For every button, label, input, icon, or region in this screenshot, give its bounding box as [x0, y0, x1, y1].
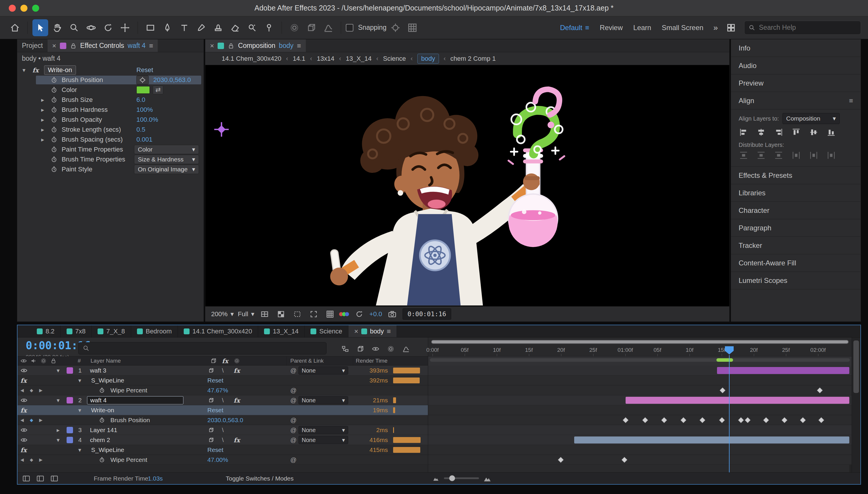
track-row-waft4[interactable]	[428, 395, 852, 405]
work-area-bar[interactable]	[430, 358, 850, 362]
timeline-tab-141-chem[interactable]: 14.1 Chem_300x420	[178, 325, 258, 337]
workspace-bar-icon[interactable]	[723, 19, 739, 36]
paint-time-dropdown[interactable]: Color ▾	[134, 145, 199, 154]
workspace-review[interactable]: Review	[595, 24, 628, 32]
mask-visibility-icon[interactable]	[291, 308, 303, 320]
snap-grid-icon[interactable]	[404, 19, 420, 36]
prev-keyframe-icon[interactable]: ◀	[20, 388, 24, 393]
collapse-transformations-icon[interactable]	[208, 397, 214, 403]
twirl-closed-icon[interactable]: ▸	[41, 136, 44, 143]
tab-composition[interactable]: × Composition body ≡	[205, 39, 306, 52]
reset-effect-button[interactable]: Reset	[136, 66, 153, 74]
rotation-tool[interactable]	[100, 19, 116, 36]
stopwatch-icon[interactable]	[51, 126, 58, 133]
parent-dropdown[interactable]: None▾	[299, 396, 348, 404]
effect-name[interactable]: S_WipeLine	[91, 446, 124, 453]
align-right-icon[interactable]	[774, 128, 783, 136]
keyframe-diamond[interactable]	[681, 418, 686, 423]
property-value[interactable]: 6.0	[136, 96, 146, 103]
prev-keyframe-icon[interactable]: ◀	[20, 457, 24, 462]
fx-badge-icon[interactable]: fx	[20, 377, 27, 384]
property-row-color[interactable]: Color ⇄	[17, 85, 204, 95]
property-value[interactable]: 47.00%	[207, 456, 228, 463]
timeline-vertical-scrollbar[interactable]	[852, 338, 861, 472]
layer-bar-waft3[interactable]	[717, 367, 849, 374]
zoom-tool[interactable]	[66, 19, 82, 36]
timeline-track-area[interactable]: 0:00f 05f 10f 15f 20f 25f 01:00f 05f 10f…	[428, 338, 852, 472]
effect-name[interactable]: Write-on	[91, 407, 114, 414]
fx-badge-icon[interactable]: fx	[20, 406, 27, 414]
label-color-chip[interactable]	[67, 437, 73, 443]
property-value[interactable]: 47.67%	[207, 387, 228, 394]
show-channel-icon[interactable]	[340, 312, 349, 316]
panel-item-preview[interactable]: Preview	[731, 74, 861, 92]
close-tab-icon[interactable]: ×	[52, 42, 56, 50]
twirl-open-icon[interactable]: ▾	[78, 446, 81, 453]
graph-tool-icon[interactable]	[320, 19, 336, 36]
reset-button[interactable]: Reset	[207, 377, 223, 384]
eye-icon[interactable]	[20, 397, 27, 404]
roto-brush-tool[interactable]	[244, 19, 260, 36]
fx-badge-icon[interactable]: fx	[20, 446, 27, 453]
property-value[interactable]: 100.0%	[136, 116, 158, 124]
quality-switch-icon[interactable]: \	[222, 367, 224, 374]
workspace-menu-icon[interactable]: ≡	[585, 24, 589, 32]
type-tool[interactable]	[176, 19, 192, 36]
effect-header-row[interactable]: ▾ fx Write-on Reset	[17, 65, 204, 75]
keyframe-diamond[interactable]	[819, 418, 824, 423]
property-row-brush-position[interactable]: ◀ ◆ ▶ Brush Position 2030.0,563.0 @	[18, 415, 428, 425]
transparency-grid-icon[interactable]	[275, 308, 287, 320]
property-row-brush-hardness[interactable]: ▸ Brush Hardness 100%	[17, 105, 204, 115]
stopwatch-icon[interactable]	[51, 96, 58, 103]
snapshot-camera-icon[interactable]	[386, 308, 398, 320]
grid-guides-icon[interactable]	[324, 308, 336, 320]
reset-button[interactable]: Reset	[207, 446, 223, 453]
close-tab-icon[interactable]: ×	[210, 42, 214, 50]
parent-dropdown[interactable]: None▾	[299, 426, 348, 434]
property-row-paint-time[interactable]: Paint Time Properties Color ▾	[17, 145, 204, 154]
twirl-closed-icon[interactable]: ▸	[41, 116, 44, 123]
panel-menu-icon[interactable]: ≡	[297, 42, 301, 50]
twirl-open-icon[interactable]: ▾	[57, 397, 60, 404]
composition-viewport[interactable]	[205, 65, 729, 306]
keyframe-diamond[interactable]	[622, 457, 627, 462]
expand-transfer-controls-icon[interactable]	[35, 474, 46, 482]
panel-item-lumetri-scopes[interactable]: Lumetri Scopes	[731, 272, 861, 289]
workspace-small-screen[interactable]: Small Screen	[657, 24, 708, 32]
snap-options-icon[interactable]	[388, 19, 403, 36]
parent-dropdown[interactable]: None▾	[299, 366, 348, 375]
stopwatch-icon[interactable]	[51, 136, 58, 143]
next-keyframe-icon[interactable]: ▶	[39, 418, 43, 423]
property-row-stroke-length[interactable]: ▸ Stroke Length (secs) 0.5	[17, 125, 204, 135]
panel-item-effects-presets[interactable]: Effects & Presets	[731, 167, 861, 184]
property-row-brush-spacing[interactable]: ▸ Brush Spacing (secs) 0.001	[17, 135, 204, 145]
stopwatch-icon[interactable]	[51, 87, 58, 93]
clone-stamp-tool[interactable]	[210, 19, 226, 36]
timeline-tab-13-x-14[interactable]: 13_X_14	[258, 325, 305, 337]
twirl-closed-icon[interactable]: ▸	[41, 106, 44, 113]
quality-switch-icon[interactable]: \	[222, 397, 224, 404]
zoom-in-mountain-icon[interactable]	[481, 474, 493, 482]
twirl-open-icon[interactable]: ▾	[78, 407, 81, 414]
distribute-horizontal-center-icon[interactable]	[809, 151, 818, 159]
anchor-point-marker[interactable]	[214, 122, 229, 137]
tab-project[interactable]: Project	[17, 39, 48, 52]
brush-time-dropdown[interactable]: Size & Hardness ▾	[134, 155, 199, 164]
align-bottom-icon[interactable]	[827, 128, 835, 136]
hide-shy-layers-icon[interactable]	[369, 344, 382, 354]
current-time-indicator[interactable]	[729, 355, 730, 472]
next-keyframe-icon[interactable]: ▶	[39, 457, 43, 462]
next-keyframe-icon[interactable]: ▶	[39, 388, 43, 393]
layer-row-waft3[interactable]: ▾ 1 waft 3 \ fx @ None▾ 393ms	[18, 365, 428, 376]
pickwhip-icon[interactable]: @	[290, 397, 297, 404]
quality-switch-icon[interactable]: \	[222, 426, 224, 434]
more-workspaces-icon[interactable]: »	[709, 23, 722, 33]
resolution-dropdown[interactable]: Full ▾	[238, 310, 254, 318]
motion-blur-icon[interactable]	[399, 344, 412, 354]
stopwatch-icon[interactable]	[99, 387, 105, 394]
lock-icon[interactable]	[227, 42, 234, 49]
timeline-tab-bedroom[interactable]: Bedroom	[131, 325, 178, 337]
keyframe-diamond[interactable]	[643, 418, 648, 423]
keyframe-diamond[interactable]	[700, 418, 705, 423]
pickwhip-icon[interactable]: @	[290, 456, 297, 463]
